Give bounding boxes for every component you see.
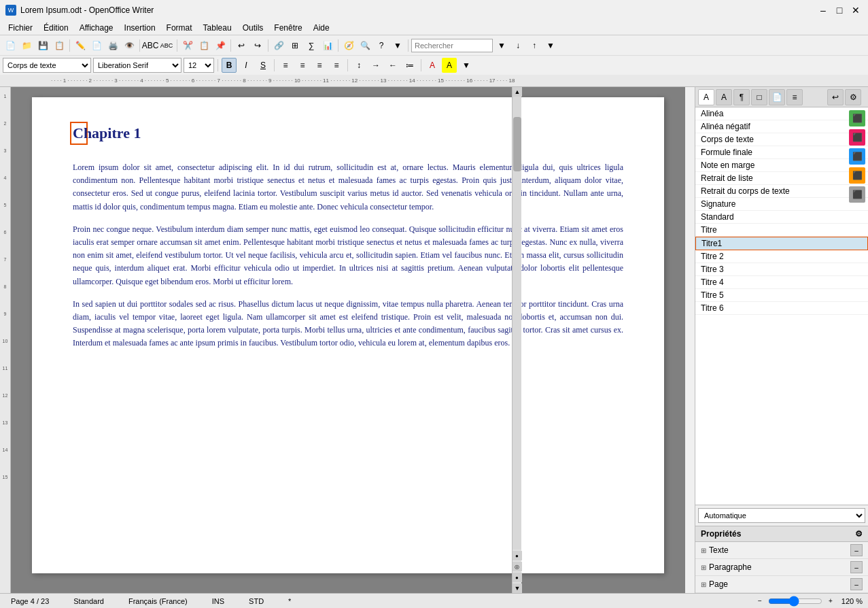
navigator-button[interactable]: 🧭 (341, 38, 356, 53)
style-list-item[interactable]: Note en marge (695, 159, 868, 172)
style-list-item[interactable]: Retrait du corps de texte (695, 185, 868, 198)
close-button[interactable]: ✕ (849, 3, 863, 17)
side-btn-5[interactable]: ⬛ (849, 186, 865, 203)
styles-list[interactable]: AlinéaAlinéa négatifCorps de texteFormul… (695, 107, 868, 505)
side-btn-2[interactable]: ⬛ (849, 129, 865, 146)
indent-more[interactable]: → (368, 58, 383, 73)
scroll-thumb[interactable] (513, 117, 521, 171)
find-next[interactable]: ↓ (510, 38, 525, 53)
line-spacing[interactable]: ↕ (351, 58, 366, 73)
menu-item-outils[interactable]: Outils (237, 22, 269, 34)
align-justify[interactable]: ≡ (329, 58, 344, 73)
paragraph-3[interactable]: In sed sapien ut dui porttitor sodales s… (73, 298, 623, 350)
formula-button[interactable]: ∑ (304, 38, 319, 53)
side-btn-4[interactable]: ⬛ (849, 167, 865, 184)
font-select[interactable]: Liberation Serif (93, 58, 181, 73)
menu-item-aide[interactable]: Aide (308, 22, 335, 34)
style-list-item[interactable]: Titre 5 (695, 289, 868, 302)
zoom-out[interactable]: − (754, 596, 765, 607)
chapter-title[interactable]: Chapitre 1 (73, 124, 141, 142)
style-category-dropdown[interactable]: Automatique (698, 508, 865, 523)
paragraph-1[interactable]: Lorem ipsum dolor sit amet, consectetur … (73, 161, 623, 214)
edit-button[interactable]: ✏️ (73, 38, 88, 53)
bullets[interactable]: ≔ (402, 58, 417, 73)
panel-options[interactable]: ⚙ (845, 89, 861, 105)
zoom-slider[interactable] (768, 596, 822, 607)
menu-item-édition[interactable]: Édition (38, 22, 74, 34)
menu-item-fichier[interactable]: Fichier (3, 22, 38, 34)
style-list-item[interactable]: Titre 2 (695, 250, 868, 263)
undo-button[interactable]: ↩ (234, 38, 249, 53)
scroll-up[interactable]: ▲ (513, 87, 522, 97)
paste-button[interactable]: 📌 (213, 38, 228, 53)
style-list-item[interactable]: Titre 6 (695, 302, 868, 315)
side-btn-3[interactable]: ⬛ (849, 148, 865, 165)
menu-item-insertion[interactable]: Insertion (119, 22, 161, 34)
more-button[interactable]: ▼ (390, 38, 405, 53)
panel-tab-char[interactable]: A (716, 89, 732, 105)
redo-button[interactable]: ↪ (250, 38, 265, 53)
align-left[interactable]: ≡ (278, 58, 293, 73)
font-size-select[interactable]: 12 (184, 58, 214, 73)
minimize-button[interactable]: – (816, 3, 830, 17)
menu-item-format[interactable]: Format (161, 22, 198, 34)
scroll-down[interactable]: ▼ (513, 584, 522, 593)
maximize-button[interactable]: □ (833, 3, 846, 17)
italic-button[interactable]: I (239, 58, 254, 73)
table-button[interactable]: ⊞ (288, 38, 302, 53)
save-button[interactable]: 💾 (35, 38, 50, 53)
help-button[interactable]: ? (374, 38, 389, 53)
prop-section-paragraphe[interactable]: ⊞Paragraphe– (695, 559, 868, 576)
highlight-color[interactable]: A (442, 58, 457, 73)
style-list-item[interactable]: Corps de texte (695, 133, 868, 146)
copy-button[interactable]: 📋 (196, 38, 211, 53)
bold-button[interactable]: B (222, 58, 237, 73)
menu-item-tableau[interactable]: Tableau (198, 22, 237, 34)
cut-button[interactable]: ✂️ (180, 38, 195, 53)
indent-less[interactable]: ← (385, 58, 400, 73)
more-fmt[interactable]: ▼ (459, 58, 474, 73)
style-list-item[interactable]: Alinéa négatif (695, 120, 868, 133)
align-right[interactable]: ≡ (312, 58, 327, 73)
search-dropdown[interactable]: ▼ (494, 38, 509, 53)
style-list-item[interactable]: Retrait de liste (695, 172, 868, 185)
pdf-button[interactable]: 📄 (89, 38, 104, 53)
save-as-button[interactable]: 📋 (52, 38, 67, 53)
paragraph-2[interactable]: Proin nec congue neque. Vestibulum inter… (73, 223, 623, 288)
open-button[interactable]: 📁 (19, 38, 34, 53)
scroll-btn-2[interactable]: ◎ (513, 562, 522, 571)
style-list-item[interactable]: Alinéa (695, 107, 868, 120)
new-button[interactable]: 📄 (3, 38, 18, 53)
scroll-track[interactable] (513, 97, 521, 550)
font-color[interactable]: A (425, 58, 440, 73)
search-input[interactable] (411, 39, 493, 52)
spellcheck2-button[interactable]: ABC (159, 38, 174, 53)
preview-button[interactable]: 👁️ (122, 38, 137, 53)
style-list-item[interactable]: Titre1 (695, 237, 868, 250)
style-list-item[interactable]: Titre 3 (695, 263, 868, 276)
panel-tab-styles[interactable]: A (698, 89, 714, 105)
style-list-item[interactable]: Standard (695, 211, 868, 224)
style-list-item[interactable]: Titre (695, 224, 868, 237)
prop-collapse-paragraphe[interactable]: – (850, 561, 863, 573)
print-button[interactable]: 🖨️ (105, 38, 120, 53)
scroll-btn-3[interactable]: ● (513, 573, 522, 582)
spellcheck-button[interactable]: ABC (143, 38, 158, 53)
menu-item-affichage[interactable]: Affichage (74, 22, 119, 34)
chart-button[interactable]: 📊 (320, 38, 335, 53)
prop-collapse-page[interactable]: – (850, 578, 863, 590)
panel-new-style[interactable]: ↩ (827, 89, 844, 105)
search-more[interactable]: ▼ (543, 38, 558, 53)
ins-mode[interactable]: INS (207, 597, 230, 605)
zoom-in[interactable]: + (825, 596, 836, 607)
menu-item-fenêtre[interactable]: Fenêtre (268, 22, 307, 34)
vertical-scrollbar[interactable]: ▲ ● ◎ ● ▼ (512, 87, 521, 593)
prop-section-page[interactable]: ⊞Page– (695, 576, 868, 593)
side-btn-1[interactable]: ⬛ (849, 110, 865, 126)
paragraph-style-select[interactable]: Corps de texte (3, 58, 91, 73)
find-prev[interactable]: ↑ (527, 38, 542, 53)
document-canvas[interactable]: Chapitre 1 Lorem ipsum dolor sit amet, c… (11, 87, 685, 593)
style-list-item[interactable]: Titre 4 (695, 276, 868, 289)
underline-button[interactable]: S (256, 58, 271, 73)
hyperlink-button[interactable]: 🔗 (271, 38, 286, 53)
